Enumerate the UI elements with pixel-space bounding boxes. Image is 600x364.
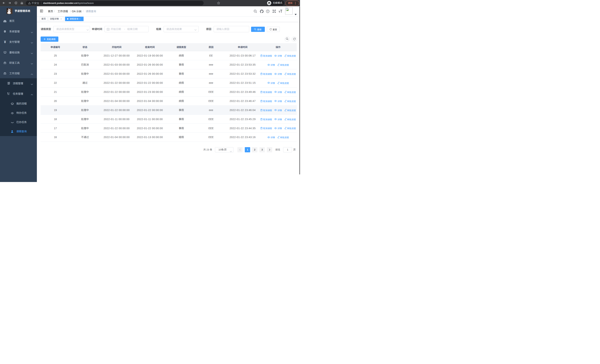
svg-text:?: ? [267, 10, 268, 12]
